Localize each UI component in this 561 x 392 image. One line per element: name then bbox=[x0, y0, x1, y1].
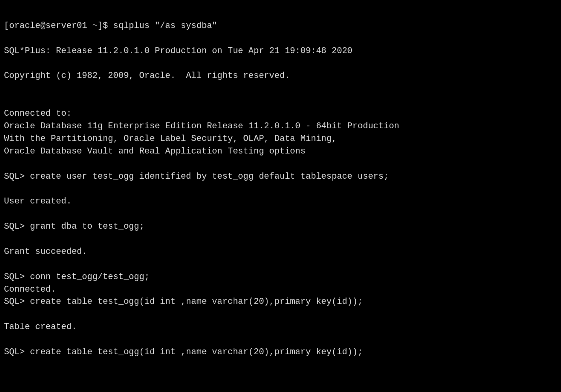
empty4 bbox=[4, 95, 557, 107]
vault-line: Oracle Database Vault and Real Applicati… bbox=[4, 145, 557, 158]
connected-dot: Connected. bbox=[4, 283, 557, 296]
table-created: Table created. bbox=[4, 321, 557, 333]
cmd-line: [oracle@server01 ~]$ sqlplus "/as sysdba… bbox=[4, 20, 557, 32]
empty9 bbox=[4, 258, 557, 271]
user-created: User created. bbox=[4, 195, 557, 208]
oracle-db-line: Oracle Database 11g Enterprise Edition R… bbox=[4, 120, 557, 133]
empty5 bbox=[4, 158, 557, 170]
copyright-line: Copyright (c) 1982, 2009, Oracle. All ri… bbox=[4, 70, 557, 82]
sql-conn: SQL> conn test_ogg/test_ogg; bbox=[4, 271, 557, 283]
sql-create-table2: SQL> create table test_ogg(id int ,name … bbox=[4, 346, 557, 359]
partitioning-line: With the Partitioning, Oracle Label Secu… bbox=[4, 133, 557, 145]
connected-to: Connected to: bbox=[4, 107, 557, 120]
empty2 bbox=[4, 57, 557, 70]
sql-create-table1: SQL> create table test_ogg(id int ,name … bbox=[4, 296, 557, 308]
empty6 bbox=[4, 183, 557, 195]
empty10 bbox=[4, 308, 557, 321]
empty3 bbox=[4, 82, 557, 95]
sql-grant: SQL> grant dba to test_ogg; bbox=[4, 220, 557, 233]
empty11 bbox=[4, 333, 557, 346]
terminal-output: [oracle@server01 ~]$ sqlplus "/as sysdba… bbox=[4, 7, 557, 359]
grant-succeeded: Grant succeeded. bbox=[4, 246, 557, 258]
empty1 bbox=[4, 32, 557, 45]
empty7 bbox=[4, 208, 557, 220]
sql-create-user: SQL> create user test_ogg identified by … bbox=[4, 170, 557, 183]
sqlplus-banner: SQL*Plus: Release 11.2.0.1.0 Production … bbox=[4, 45, 557, 57]
empty8 bbox=[4, 233, 557, 246]
